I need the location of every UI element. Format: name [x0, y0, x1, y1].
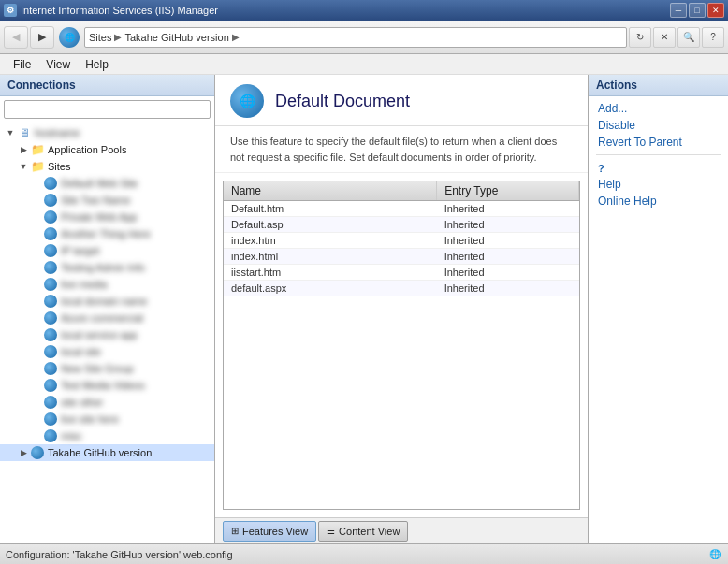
col-name: Name: [224, 181, 437, 201]
feature-icon: 🌐: [230, 84, 264, 118]
feature-title: Default Document: [275, 92, 410, 111]
doc-entry-type: Inherited: [437, 249, 579, 265]
table-row[interactable]: Default.htmInherited: [224, 201, 579, 217]
breadcrumb-sites[interactable]: Sites: [89, 32, 111, 43]
help-icon: ?: [598, 163, 604, 174]
expand-sites[interactable]: ▼: [17, 162, 30, 171]
tree-item[interactable]: Testing Admin Info: [0, 259, 214, 276]
actions-separator-1: [596, 154, 721, 155]
tree-item[interactable]: New Site Group: [0, 360, 214, 377]
doc-entry-type: Inherited: [437, 233, 579, 249]
address-bar: Sites ▶ Takahe GitHub version ▶: [84, 27, 627, 48]
status-text: Configuration: 'Takahe GitHub version' w…: [6, 549, 707, 560]
menu-help[interactable]: Help: [78, 56, 116, 73]
action-online-help[interactable]: Online Help: [589, 193, 728, 210]
action-disable[interactable]: Disable: [589, 117, 728, 134]
feature-description: Use this feature to specify the default …: [215, 126, 588, 173]
search-button[interactable]: 🔍: [677, 27, 700, 48]
tree-item[interactable]: Site Two Name: [0, 192, 214, 209]
tree-item[interactable]: IP target: [0, 242, 214, 259]
globe-icon: 🌐: [59, 27, 80, 48]
actions-panel: Actions Add... Disable Revert To Parent …: [588, 75, 728, 543]
doc-entry-type: Inherited: [437, 265, 579, 281]
main-layout: Connections ▼ 🖥 hostname ▶ 📁 Applic: [0, 75, 728, 543]
selected-item-icon: [30, 445, 45, 460]
menu-file[interactable]: File: [6, 56, 38, 73]
close-button[interactable]: ✕: [707, 3, 724, 18]
actions-header: Actions: [589, 75, 728, 96]
tree-item[interactable]: local service app: [0, 326, 214, 343]
features-view-button[interactable]: ⊞ Features View: [223, 521, 316, 542]
document-table[interactable]: Name Entry Type Default.htmInheritedDefa…: [223, 181, 580, 510]
tree-item[interactable]: misc: [0, 427, 214, 444]
table-row[interactable]: Default.aspInherited: [224, 217, 579, 233]
doc-name: iisstart.htm: [224, 265, 437, 281]
expand-app-pools[interactable]: ▶: [17, 145, 30, 154]
help-button[interactable]: ?: [702, 27, 724, 48]
selected-item-label: Takahe GitHub version: [48, 447, 152, 458]
menu-bar: File View Help: [0, 54, 728, 75]
tree-item[interactable]: Private Web App: [0, 209, 214, 225]
tree-item[interactable]: Azure commercial: [0, 310, 214, 326]
menu-view[interactable]: View: [38, 56, 78, 73]
forward-button[interactable]: ▶: [30, 26, 54, 49]
tree-item[interactable]: Test Media Videos: [0, 377, 214, 394]
app-icon: ⚙: [4, 4, 17, 17]
tree-item[interactable]: site other: [0, 394, 214, 411]
title-bar: ⚙ Internet Information Services (IIS) Ma…: [0, 0, 728, 21]
network-icon: 🌐: [707, 547, 722, 562]
sidebar: Connections ▼ 🖥 hostname ▶ 📁 Applic: [0, 75, 215, 543]
doc-name: index.html: [224, 249, 437, 265]
search-bar[interactable]: [4, 100, 211, 119]
table-row[interactable]: default.aspxInherited: [224, 281, 579, 296]
feature-header: 🌐 Default Document: [215, 75, 588, 126]
action-revert[interactable]: Revert To Parent: [589, 134, 728, 151]
tree-sites[interactable]: ▼ 📁 Sites: [0, 158, 214, 175]
app-pools-label: Application Pools: [48, 144, 126, 155]
documents-list: Name Entry Type Default.htmInheritedDefa…: [224, 181, 579, 296]
breadcrumb-sep1: ▶: [114, 32, 122, 42]
tree-item-selected[interactable]: ▶ Takahe GitHub version: [0, 444, 214, 461]
search-input[interactable]: [8, 104, 206, 115]
expand-root[interactable]: ▼: [4, 128, 17, 137]
stop-button[interactable]: ✕: [653, 27, 676, 48]
breadcrumb-current[interactable]: Takahe GitHub version: [124, 32, 228, 43]
table-row[interactable]: iisstart.htmInherited: [224, 265, 579, 281]
refresh-button[interactable]: ↻: [629, 27, 651, 48]
tree-area[interactable]: ▼ 🖥 hostname ▶ 📁 Application Pools ▼: [0, 123, 214, 543]
sites-icon: 📁: [30, 159, 45, 174]
action-add[interactable]: Add...: [589, 100, 728, 117]
doc-entry-type: Inherited: [437, 281, 579, 296]
content-area: 🌐 Default Document Use this feature to s…: [215, 75, 588, 543]
maximize-button[interactable]: □: [689, 3, 706, 18]
tree-item[interactable]: live media: [0, 276, 214, 293]
window-title: Internet Information Services (IIS) Mana…: [21, 5, 670, 16]
minimize-button[interactable]: ─: [670, 3, 687, 18]
doc-name: Default.asp: [224, 217, 437, 233]
view-bar: ⊞ Features View ☰ Content View: [215, 517, 588, 543]
doc-entry-type: Inherited: [437, 217, 579, 233]
doc-name: Default.htm: [224, 201, 437, 217]
tree-root[interactable]: ▼ 🖥 hostname: [0, 124, 214, 141]
actions-help-section: ?: [589, 159, 728, 176]
doc-name: default.aspx: [224, 281, 437, 296]
main-content: 🌐 Default Document Use this feature to s…: [215, 75, 588, 543]
status-icons: 🌐: [707, 547, 722, 562]
content-view-button[interactable]: ☰ Content View: [318, 521, 408, 542]
window-controls: ─ □ ✕: [670, 3, 724, 18]
tree-item[interactable]: Another Thing Here: [0, 225, 214, 242]
tree-app-pools[interactable]: ▶ 📁 Application Pools: [0, 141, 214, 158]
tree-item[interactable]: local domain name: [0, 293, 214, 310]
doc-name: index.htm: [224, 233, 437, 249]
tree-item[interactable]: Default Web Site: [0, 175, 214, 192]
tree-item[interactable]: local site: [0, 343, 214, 360]
breadcrumb-sep2: ▶: [232, 32, 240, 42]
col-entry-type: Entry Type: [437, 181, 579, 201]
table-row[interactable]: index.htmInherited: [224, 233, 579, 249]
table-row[interactable]: index.htmlInherited: [224, 249, 579, 265]
toolbar-right: ↻ ✕ 🔍 ?: [629, 27, 724, 48]
breadcrumb[interactable]: Sites ▶ Takahe GitHub version ▶: [84, 27, 627, 48]
back-button[interactable]: ◀: [4, 26, 28, 49]
tree-item[interactable]: live site here: [0, 411, 214, 427]
action-help[interactable]: Help: [589, 176, 728, 193]
